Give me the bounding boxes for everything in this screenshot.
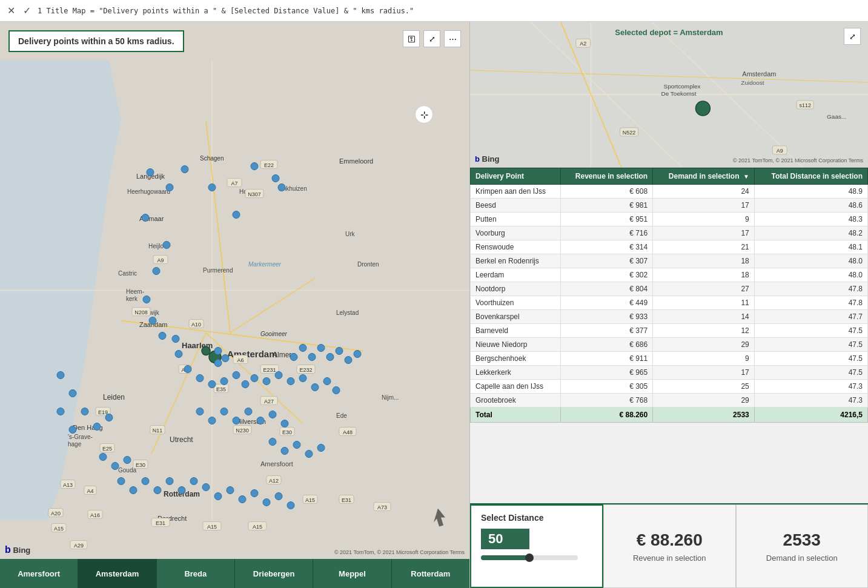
cell-revenue: € 608 [560,185,652,199]
cell-distance: 48.2 [754,226,867,240]
svg-point-182 [245,408,252,415]
svg-point-188 [293,441,300,449]
svg-point-167 [166,478,173,485]
table-row: Bergschenhoek € 911 9 47.5 [471,352,868,366]
svg-point-138 [263,378,270,385]
svg-text:E31: E31 [342,497,351,503]
svg-point-113 [208,184,216,191]
svg-text:Heerhugowaard: Heerhugowaard [127,188,170,195]
svg-point-117 [143,296,150,303]
svg-text:Purmerend: Purmerend [203,267,233,274]
table-row: Nieuwe Niedorp € 686 29 47.5 [471,338,868,352]
svg-point-169 [190,478,197,485]
cell-demand: 11 [653,296,755,310]
svg-text:Amersfoort: Amersfoort [260,460,293,467]
cell-name: Renswoude [471,240,561,254]
cell-demand: 18 [653,254,755,268]
filter-button[interactable]: ⚿ [403,30,420,47]
cell-revenue: € 951 [560,213,652,226]
svg-text:A20: A20 [51,510,61,517]
cell-revenue: € 686 [560,338,652,352]
svg-point-135 [233,372,240,379]
svg-point-115 [163,242,170,249]
svg-point-124 [278,184,285,191]
svg-text:E30: E30 [282,429,292,435]
svg-point-176 [275,493,282,500]
tab-amsterdam[interactable]: Amsterdam [78,559,156,588]
svg-point-174 [251,490,258,497]
col-header-revenue[interactable]: Revenue in selection [560,168,652,185]
cell-demand: 18 [653,268,755,282]
svg-point-149 [326,354,334,361]
svg-point-158 [93,423,101,431]
cell-name: Nieuwe Niedorp [471,338,561,352]
svg-point-157 [81,408,88,415]
svg-text:A15: A15 [305,497,315,503]
cell-revenue: € 911 [560,352,652,366]
col-header-demand[interactable]: Demand in selection ▼ [653,168,755,185]
tab-amersfoort[interactable]: Amersfoort [0,559,78,588]
svg-text:A7: A7 [231,180,237,187]
demand-value: 2533 [783,530,821,550]
tab-meppel[interactable]: Meppel [313,559,391,588]
svg-point-171 [214,493,222,500]
table-footer-row: Total € 88.260 2533 4216,5 [471,408,868,423]
cell-demand: 12 [653,324,755,338]
svg-point-132 [196,375,204,382]
table-row: Leerdam € 302 18 48.0 [471,268,868,282]
svg-text:E231: E231 [263,367,276,373]
tab-driebergen[interactable]: Driebergen [235,559,313,588]
cell-demand: 9 [653,213,755,226]
col-header-name[interactable]: Delivery Point [471,168,561,185]
svg-text:Leiden: Leiden [103,393,125,401]
map-attribution: © 2021 TomTom, © 2021 Microsoft Corporat… [334,549,465,555]
select-distance-box: Select Distance 50 [470,504,603,588]
svg-point-116 [153,268,160,275]
cell-name: Putten [471,213,561,226]
svg-point-175 [263,499,270,506]
confirm-icon[interactable]: ✓ [21,5,33,16]
svg-text:A10: A10 [191,322,201,328]
table-row: Putten € 951 9 48.3 [471,213,868,226]
svg-point-139 [275,372,282,379]
cursor-icon[interactable]: ⊹ [415,105,433,124]
svg-text:A9: A9 [157,257,164,263]
col-header-distance[interactable]: Total Distance in selection [754,168,867,185]
cell-distance: 47.8 [754,282,867,296]
svg-text:Ede: Ede [336,412,347,419]
svg-text:E232: E232 [299,367,312,373]
expand-button[interactable]: ⤢ [423,30,440,47]
svg-text:Emmeloord: Emmeloord [339,157,373,165]
svg-text:Gooimeer: Gooimeer [260,331,288,337]
cell-name: Beesd [471,199,561,213]
mini-map-title: Selected depot = Amsterdam [615,28,723,37]
svg-point-159 [105,414,113,421]
svg-point-136 [242,381,249,388]
svg-point-137 [251,375,258,382]
table-row: Lekkerkerk € 965 17 47.5 [471,366,868,380]
svg-text:A73: A73 [377,504,387,510]
tab-rotterdam[interactable]: Rotterdam [392,559,469,588]
svg-text:N522: N522 [623,130,635,136]
select-distance-label: Select Distance [481,513,592,523]
table-row: Bovenkarspel € 933 14 47.7 [471,310,868,324]
svg-text:Dronten: Dronten [357,261,379,268]
svg-text:A12: A12 [269,478,279,484]
svg-point-129 [222,355,229,362]
svg-point-111 [166,184,173,191]
svg-point-119 [159,332,166,340]
svg-point-181 [233,417,240,424]
mini-map-expand[interactable]: ⤢ [844,28,861,45]
svg-text:'s-Grave-: 's-Grave- [68,434,93,440]
svg-text:A15: A15 [54,526,64,532]
more-button[interactable]: ⋯ [444,30,461,47]
cell-demand: 24 [653,185,755,199]
cell-demand: 21 [653,240,755,254]
svg-point-161 [111,463,119,470]
svg-text:A27: A27 [264,398,274,405]
slider-thumb[interactable] [525,553,534,562]
tab-breda[interactable]: Breda [157,559,235,588]
cell-distance: 47.3 [754,380,867,394]
close-icon[interactable]: ✕ [5,5,17,16]
svg-text:Amsterdam: Amsterdam [742,70,776,78]
